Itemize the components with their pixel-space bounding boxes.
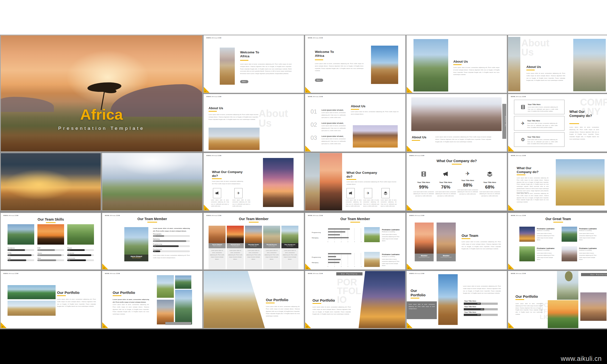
slide-title: What Our Company do? bbox=[212, 170, 247, 178]
page-number: 15 bbox=[509, 208, 511, 210]
skill-label: Java bbox=[37, 257, 40, 259]
skill-percent: 70% bbox=[68, 260, 70, 261]
slide-title: About Us bbox=[209, 106, 223, 110]
slide-13-company[interactable]: What Our Company do? Lorem ipsum dolor s… bbox=[305, 153, 405, 210]
slide-title: About Us bbox=[453, 60, 468, 64]
slide-15-company[interactable]: WWW.Africa.COM What Our Company do? Lore… bbox=[508, 153, 607, 210]
slide-14-company-stats[interactable]: WWW.Africa.COM What Our Company do? Your… bbox=[407, 153, 507, 210]
member-text: Lorem ipsum dolor sit amet, consectetur … bbox=[382, 234, 402, 242]
stat-value: 88% bbox=[457, 182, 479, 188]
title-underline bbox=[412, 140, 420, 141]
slide-2-welcome[interactable]: WWW.Africa.COM Welcome To Africa Lorem i… bbox=[204, 35, 304, 93]
gear-icon: ⚙ bbox=[521, 137, 525, 142]
photo-mountain-valley bbox=[175, 290, 192, 325]
megaphone-icon bbox=[349, 191, 353, 195]
chart-bar bbox=[328, 231, 345, 233]
photo-elephant-zebra-lodge bbox=[573, 39, 606, 91]
slide-title: What Our Company do? bbox=[569, 110, 593, 118]
slide-title: About Us bbox=[526, 65, 541, 69]
skill-label: PHP bbox=[37, 247, 40, 249]
icon-caption: Lorem ipsum dolor sit amet, consectetur … bbox=[232, 199, 250, 208]
member-photo bbox=[562, 227, 577, 242]
slide-title: Our Team Skills bbox=[1, 217, 101, 221]
member-name: Firstname Lastname bbox=[382, 253, 400, 256]
page-number: 21 bbox=[509, 267, 511, 269]
intro-text: Lorem ipsum dolor sit amet, consectetur … bbox=[153, 227, 190, 232]
top-tab: Our Portfolio bbox=[581, 273, 607, 276]
caption-bar bbox=[165, 322, 191, 325]
member-text: Lorem ipsum dolor sit amet, consectetur … bbox=[263, 248, 280, 269]
slide-23-portfolio[interactable]: WWW.Africa.COM Our Portfolio Lorem ipsum… bbox=[102, 271, 202, 328]
slide-title: Our Portfolio bbox=[410, 288, 430, 297]
title-underline bbox=[113, 295, 121, 296]
slide-20-our-team[interactable]: WWW.Africa.COM Member Lorem ip Name et a… bbox=[407, 213, 507, 269]
slide-19-team-charts[interactable]: WWW.Africa.COM Our Team Member Programmi… bbox=[305, 213, 405, 269]
slide-16-team-skills[interactable]: WWW.Africa.COM Our Team Skills Wordpress… bbox=[1, 213, 101, 269]
slide-27-portfolio[interactable]: WWW.Africa.COM PORTFOLIO Our Portfolio L… bbox=[508, 271, 607, 328]
stat-title: Your Title Here bbox=[413, 181, 435, 183]
slide-18-team-five[interactable]: WWW.Africa.COM Our Team Member Aaron Edw… bbox=[204, 213, 304, 269]
member-text: Lorem ipsum dolor sit amet, consectetur … bbox=[382, 258, 402, 267]
photo-slide-kilimanjaro-elephant[interactable] bbox=[102, 153, 202, 210]
cover-title: Africa bbox=[1, 106, 202, 123]
photo-maasai-strip bbox=[305, 153, 320, 210]
member-name: Firstname Lastname bbox=[382, 229, 400, 231]
member-text: Lorem ipsum dolor sit amet, consectetur … bbox=[579, 233, 598, 241]
slide-21-great-team[interactable]: WWW.Africa.COM Our Great Team Firstname … bbox=[508, 213, 607, 269]
slide-1-cover[interactable]: Africa Presentation Template bbox=[1, 35, 202, 151]
member-role: Profession or something bbox=[382, 231, 395, 233]
slide-8-about-kilimanjaro[interactable]: About Us About Us Lorem ipsum dolor sit … bbox=[407, 94, 507, 151]
slide-4-about[interactable]: About Us Lorem ipsum dolor sit amet, con… bbox=[407, 35, 507, 93]
slide-24-portfolio[interactable]: Our Portfolio Lorem ipsum dolor sit amet… bbox=[204, 271, 304, 328]
icon-caption: Lorem ipsum dolor sit amet, consectetur … bbox=[211, 199, 229, 208]
title-underline bbox=[351, 109, 359, 110]
bar-percent: 90% bbox=[154, 240, 156, 242]
title-underline bbox=[462, 238, 470, 239]
icon-box: ✈ bbox=[364, 188, 372, 198]
member-role: Profession or something bbox=[537, 250, 549, 251]
slide-26-portfolio-progress[interactable]: WWW.Africa.COM Our Portfolio Lorem ipsum… bbox=[407, 271, 507, 328]
item-heading: Lorem ipsum dolor sit amet, bbox=[321, 122, 343, 124]
member-photo bbox=[227, 226, 244, 243]
skill-percent: 65% bbox=[38, 249, 40, 251]
slide-7-about-numbered[interactable]: WWW.Africa.COM 01 Lorem ipsum dolor sit … bbox=[305, 94, 405, 151]
photo-member: Member Lorem ip Name et amet. bbox=[415, 222, 434, 261]
layers-icon bbox=[487, 171, 493, 177]
slide-25-portfolio[interactable]: WWW.Africa.COM Our Portfolio PORTFOLIO O… bbox=[305, 271, 405, 328]
chart-label: Managing bbox=[312, 237, 318, 239]
photo-lone-tree-dusk bbox=[580, 292, 607, 321]
member-photo bbox=[245, 226, 262, 243]
stat-text: Lorem ipsum dolor sit amet, consectetur … bbox=[457, 189, 479, 195]
photo-canyon bbox=[175, 275, 191, 289]
slide-6-about[interactable]: WWW.Africa.COM About Us About Us Lorem i… bbox=[204, 94, 304, 151]
slide-17-team-member[interactable]: WWW.Africa.COM Our Team Member Aaron Edw… bbox=[102, 213, 202, 269]
title-underline bbox=[517, 174, 525, 175]
box-text: Lorem ipsum dolor sit amet, consectetur … bbox=[528, 106, 558, 112]
photo-city-night-diagonal bbox=[359, 271, 405, 328]
slide-3-welcome[interactable]: WWW.Africa.COM Welcome To Africa Lorem i… bbox=[305, 35, 405, 93]
chart-bar bbox=[328, 253, 351, 254]
site-header: WWW.Africa.COM bbox=[511, 96, 526, 97]
item-heading: Lorem ipsum dolor sit amet, bbox=[321, 109, 343, 111]
skill-percent: 90% bbox=[8, 255, 10, 256]
bottom-black-band: www.aikuli.cn bbox=[0, 329, 607, 364]
stat-text: Lorem ipsum dolor sit amet, consectetur … bbox=[479, 191, 501, 197]
photo-safari-truck-giraffe bbox=[8, 285, 56, 299]
site-header: WWW.Africa.COM bbox=[409, 215, 424, 216]
chart-axis: 012345 bbox=[328, 241, 362, 242]
slide-22-portfolio[interactable]: WWW.Africa.COM Our Portfolio Lorem ipsum… bbox=[1, 271, 101, 328]
photo-slide-sunset-elephants[interactable] bbox=[1, 153, 101, 210]
icon-caption: Lorem ipsum dolor sit amet, consectetur … bbox=[363, 199, 379, 208]
slide-9-company-boxes[interactable]: WWW.Africa.COM COMPANY Your Title Here L… bbox=[508, 94, 607, 151]
skill-label: Actionscript bbox=[67, 257, 75, 259]
body-text: Lorem ipsum dolor sit amet, consectetur … bbox=[569, 126, 599, 141]
slide-title: Our Team Member bbox=[305, 217, 405, 221]
skill-label: CSS bbox=[8, 257, 11, 259]
slide-12-company[interactable]: WWW.Africa.COM What Our Company do? Lore… bbox=[204, 153, 304, 210]
page-number: 4 bbox=[408, 91, 409, 92]
stat-value: 99% bbox=[413, 184, 435, 190]
body-text: Lorem ipsum dolor sit amet, consectetur … bbox=[212, 180, 243, 185]
site-header: WWW.Africa.COM bbox=[206, 215, 222, 216]
slide-5-about[interactable]: About Us About Us Lorem ipsum dolor sit … bbox=[508, 35, 607, 93]
member-photo bbox=[209, 226, 225, 243]
